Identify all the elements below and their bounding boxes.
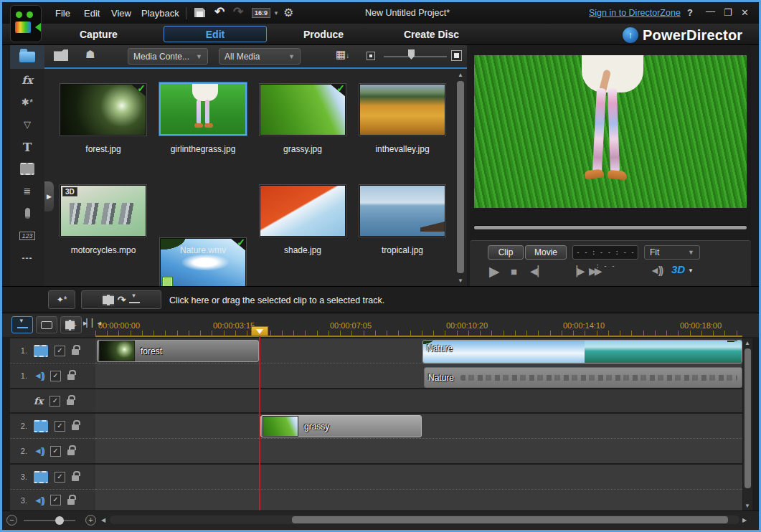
- timeline-vscrollbar-thumb[interactable]: [745, 348, 751, 488]
- library-flyout-handle[interactable]: ▶: [44, 181, 54, 212]
- track-manager-button[interactable]: +: [60, 316, 82, 333]
- preview-seek-bar[interactable]: [474, 226, 747, 229]
- menu-view[interactable]: View: [107, 6, 136, 20]
- movie-mode-button[interactable]: Movie: [525, 245, 567, 260]
- timeline-view-button[interactable]: [11, 316, 33, 333]
- tab-produce[interactable]: Produce: [303, 29, 344, 40]
- media-item-shade[interactable]: [260, 185, 346, 237]
- close-button[interactable]: ✕: [741, 7, 749, 18]
- track-audio-3[interactable]: [95, 490, 742, 510]
- fit-zoom-dropdown[interactable]: Fit▼: [644, 245, 700, 260]
- track-enable-checkbox[interactable]: ✓: [50, 495, 61, 505]
- scroll-up-icon[interactable]: ▲: [458, 72, 463, 78]
- all-media-dropdown[interactable]: All Media▼: [219, 48, 301, 65]
- insert-to-timeline-button[interactable]: ↷: [81, 290, 161, 309]
- timeline-vscrollbar[interactable]: ▲ ▼: [743, 338, 752, 510]
- media-item-inthevalley[interactable]: [359, 84, 445, 136]
- track-enable-checkbox[interactable]: ✓: [50, 371, 61, 381]
- play-button[interactable]: ▶: [489, 263, 500, 280]
- zoom-out-button[interactable]: −: [6, 515, 17, 526]
- track-lock-icon[interactable]: [72, 349, 79, 355]
- import-media-icon[interactable]: [54, 49, 68, 61]
- media-item-girlinthegrass[interactable]: [159, 82, 247, 136]
- sidebar-item-pip-objects-room[interactable]: ✱*: [10, 91, 44, 113]
- sidebar-item-title-room[interactable]: T: [10, 136, 44, 158]
- timeline-clip-nature-video[interactable]: Nature: [422, 340, 742, 364]
- library-scrollbar[interactable]: ▲ ▼: [455, 70, 465, 285]
- aspect-ratio-button[interactable]: 16:9: [252, 8, 270, 18]
- sidebar-item-voiceover-room[interactable]: [10, 202, 44, 224]
- track-lock-icon[interactable]: [67, 374, 75, 380]
- track-lock-icon[interactable]: [67, 399, 74, 405]
- scroll-down-icon[interactable]: ▼: [458, 277, 463, 284]
- next-frame-button[interactable]: ▕▶: [569, 265, 585, 277]
- media-item-motorcycles[interactable]: 3D: [60, 185, 146, 237]
- thumbnail-zoom-slider[interactable]: [384, 56, 447, 57]
- sidebar-item-audio-mixing-room[interactable]: ≣: [10, 180, 44, 202]
- sort-grid-icon[interactable]: ▦↓: [336, 48, 349, 61]
- track-lock-icon[interactable]: [72, 475, 79, 481]
- signin-link[interactable]: Sign in to DirectorZone: [589, 8, 681, 18]
- scroll-up-icon[interactable]: ▲: [745, 340, 750, 346]
- redo-icon[interactable]: ↷: [233, 4, 243, 19]
- track-lock-icon[interactable]: [67, 499, 75, 505]
- track-enable-checkbox[interactable]: ✓: [49, 396, 60, 407]
- timeline-hscrollbar-thumb[interactable]: [292, 516, 728, 523]
- undo-icon[interactable]: ↶: [214, 4, 224, 19]
- media-item-grassy[interactable]: ✓: [260, 84, 346, 136]
- clip-mode-button[interactable]: Clip: [488, 245, 524, 260]
- save-icon[interactable]: [194, 8, 205, 17]
- library-scrollbar-thumb[interactable]: [457, 81, 464, 273]
- zoom-small-icon[interactable]: [367, 52, 375, 60]
- menu-file[interactable]: File: [51, 6, 75, 20]
- settings-gear-icon[interactable]: ⚙: [283, 6, 293, 19]
- preview-timecode[interactable]: - - : - - : - - : - -: [572, 245, 638, 260]
- aspect-ratio-caret-icon[interactable]: ▼: [273, 10, 279, 16]
- previous-frame-button[interactable]: ◀▏: [530, 265, 546, 277]
- maximize-button[interactable]: ❐: [724, 7, 732, 18]
- playhead-handle[interactable]: [251, 326, 268, 336]
- timeline-clip-nature-audio[interactable]: Nature: [424, 367, 742, 388]
- scroll-left-icon[interactable]: ◀: [101, 517, 105, 523]
- track-enable-checkbox[interactable]: ✓: [55, 346, 65, 356]
- 3d-caret-icon[interactable]: ▼: [688, 267, 694, 274]
- timeline-ruler-ticks[interactable]: [95, 331, 742, 336]
- help-button[interactable]: ?: [687, 7, 693, 18]
- sidebar-item-chapter-room[interactable]: 123: [10, 224, 44, 247]
- timeline-hscrollbar[interactable]: [110, 516, 739, 524]
- timeline-clip-grassy[interactable]: grassy: [260, 415, 422, 437]
- minimize-button[interactable]: —: [706, 6, 715, 16]
- tab-edit[interactable]: Edit: [164, 26, 267, 42]
- zoom-in-button[interactable]: +: [85, 515, 96, 526]
- zoom-large-icon[interactable]: [451, 50, 462, 61]
- track-lock-icon[interactable]: [67, 450, 75, 455]
- tab-create-disc[interactable]: Create Disc: [404, 29, 459, 40]
- media-content-dropdown[interactable]: Media Conte...▼: [128, 48, 208, 65]
- sidebar-item-transition-room[interactable]: [10, 158, 44, 180]
- media-item-tropical[interactable]: [359, 185, 445, 237]
- sidebar-item-subtitle-room[interactable]: ---: [10, 247, 44, 269]
- stop-button[interactable]: ■: [511, 265, 517, 277]
- scroll-down-icon[interactable]: ▼: [745, 503, 750, 509]
- track-fx[interactable]: [95, 389, 742, 414]
- sidebar-item-effect-room[interactable]: fx: [10, 69, 44, 91]
- playhead-line[interactable]: [259, 326, 260, 510]
- track-enable-checkbox[interactable]: ✓: [55, 472, 65, 483]
- sidebar-item-particle-room[interactable]: ▽: [10, 113, 44, 136]
- track-enable-checkbox[interactable]: ✓: [50, 446, 61, 457]
- media-item-forest[interactable]: ✓: [60, 84, 146, 136]
- track-lock-icon[interactable]: [72, 424, 79, 430]
- timeline-zoom-slider[interactable]: [24, 520, 75, 521]
- menu-playback[interactable]: Playback: [137, 6, 184, 20]
- menu-edit[interactable]: Edit: [80, 6, 104, 20]
- 3d-toggle-button[interactable]: 3D: [671, 263, 685, 275]
- tab-capture[interactable]: Capture: [80, 29, 118, 40]
- storyboard-view-button[interactable]: [36, 316, 57, 333]
- timeline-zoom-thumb[interactable]: [55, 516, 64, 525]
- plugin-puzzle-icon[interactable]: ☗: [85, 48, 95, 61]
- fast-forward-button[interactable]: ▶▶: [589, 265, 600, 277]
- scroll-right-icon[interactable]: ▶: [742, 517, 747, 523]
- sidebar-item-media-room[interactable]: [10, 45, 44, 69]
- timeline-clip-forest[interactable]: forest: [97, 340, 259, 362]
- magic-wand-button[interactable]: ✦*: [48, 290, 75, 309]
